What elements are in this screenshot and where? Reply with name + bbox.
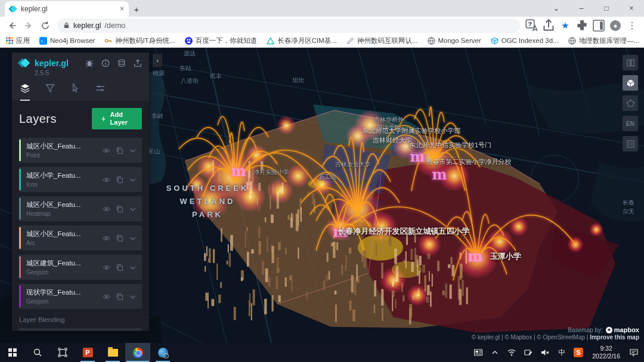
school-icon[interactable]: m (410, 148, 425, 165)
locale-button[interactable]: EN (623, 116, 638, 131)
news-widget-icon[interactable] (470, 348, 486, 357)
chevron-down-icon[interactable] (129, 205, 137, 213)
school-icon[interactable]: m (231, 162, 246, 180)
tab-interactions[interactable] (70, 83, 80, 101)
bookmark-baidu[interactable]: 百度一下，你就知道 (185, 36, 258, 45)
info-icon[interactable] (101, 59, 110, 67)
layer-blending-select[interactable]: normal (19, 328, 142, 331)
pen-settings-icon[interactable] (521, 348, 536, 357)
sogou-input-icon[interactable]: S (571, 348, 586, 357)
apps-grid-icon (6, 37, 13, 44)
database-icon[interactable] (117, 59, 126, 67)
start-button[interactable] (0, 343, 25, 362)
search-icon[interactable] (25, 343, 50, 362)
window-close-button[interactable]: × (619, 0, 644, 17)
taskbar-chrome[interactable] (125, 343, 150, 362)
bookmark-apps[interactable]: 应用 (6, 36, 30, 45)
bookmark-internet-auth[interactable]: 神州数码互联网认... (346, 36, 418, 45)
translate-icon[interactable] (525, 18, 539, 33)
bug-icon[interactable] (85, 59, 94, 67)
school-icon[interactable]: m (333, 223, 348, 240)
menu-dots-icon[interactable]: ⋮ (625, 18, 639, 33)
layer-row[interactable]: 城区小区_Featu...Heatmap (19, 196, 142, 221)
url-host: kepler.gl (73, 21, 101, 30)
tab-title: kepler.gl (21, 5, 116, 13)
bookmark-geodb[interactable]: 地理数据库管理—... (568, 36, 640, 45)
window-maximize-button[interactable]: □ (594, 0, 619, 17)
extensions-icon[interactable] (575, 18, 589, 33)
ime-language-indicator[interactable]: 中 (554, 348, 569, 358)
visibility-eye-icon[interactable] (103, 234, 110, 242)
duplicate-icon[interactable] (116, 293, 123, 301)
chevron-down-icon[interactable] (129, 293, 137, 301)
layer-row[interactable]: 现状学区_Featu...Geojson (19, 284, 142, 309)
improve-map-link[interactable]: Improve this map (590, 334, 639, 341)
draw-polygon-button[interactable] (623, 95, 638, 111)
bookmark-star-icon[interactable]: ★ (558, 18, 572, 33)
mapbox-logo[interactable]: ✦mapbox (606, 326, 639, 333)
duplicate-icon[interactable] (116, 234, 123, 242)
reload-icon[interactable] (38, 18, 52, 33)
side-panel-tabs (12, 80, 149, 101)
chevron-down-icon[interactable] (129, 147, 137, 154)
task-view-icon[interactable] (50, 343, 75, 362)
tab-close-icon[interactable]: × (120, 5, 124, 13)
forward-icon[interactable] (21, 18, 36, 33)
school-icon[interactable]: m (467, 247, 482, 265)
action-center-icon[interactable] (626, 348, 642, 357)
layer-row[interactable]: 城区小区_Featu...Arc (19, 225, 142, 250)
window-minimize-button[interactable]: – (569, 0, 594, 17)
duplicate-icon[interactable] (116, 176, 123, 184)
bookmark-identity[interactable]: 神州数码IT身份统... (104, 36, 175, 45)
duplicate-icon[interactable] (116, 147, 123, 154)
export-icon[interactable] (134, 59, 142, 67)
bookmarks-bar: 应用 >_ Neo4j Browser 神州数码IT身份统... 百度一下，你就… (0, 34, 644, 48)
layer-row[interactable]: 城区小区_Featu...Point (19, 138, 142, 163)
wifi-icon[interactable] (504, 348, 519, 357)
visibility-eye-icon[interactable] (103, 176, 110, 184)
split-map-button[interactable] (623, 55, 638, 70)
layer-row[interactable]: 城区建筑_Featu...Geojson (19, 255, 142, 280)
taskbar-clock[interactable]: 9:32 2022/2/16 (587, 345, 625, 360)
brand-name: kepler.gl (35, 58, 69, 68)
chevron-down-icon[interactable] (129, 234, 137, 242)
browser-titlebar: kepler.gl × + ⌄ – □ × (0, 0, 644, 17)
visibility-eye-icon[interactable] (103, 264, 110, 271)
tab-basemap-settings[interactable] (95, 83, 105, 101)
visibility-eye-icon[interactable] (103, 293, 110, 301)
taskbar-powerpoint[interactable]: P (75, 343, 100, 362)
browser-tab[interactable]: kepler.gl × (5, 1, 129, 17)
visibility-eye-icon[interactable] (103, 147, 110, 154)
bookmark-neo4j[interactable]: >_ Neo4j Browser (39, 37, 95, 45)
clock-date: 2022/2/16 (592, 352, 620, 360)
reading-mode-icon[interactable] (592, 18, 606, 33)
visibility-eye-icon[interactable] (103, 205, 110, 213)
layer-row[interactable]: 城区小学_Featu...Icon (19, 167, 142, 192)
bookmark-cim[interactable]: 长春净月区CIM基... (267, 36, 337, 45)
kepler-side-panel: kepler.gl 2.5.5 (12, 52, 149, 331)
hidden-icons-chevron[interactable] (487, 348, 503, 357)
taskbar-gis-app[interactable] (150, 343, 175, 362)
chevron-down-icon[interactable] (129, 176, 137, 184)
new-tab-button[interactable]: + (129, 1, 144, 17)
duplicate-icon[interactable] (116, 264, 123, 271)
toggle-3d-button[interactable] (623, 75, 638, 91)
taskbar-explorer[interactable] (100, 343, 125, 362)
duplicate-icon[interactable] (116, 205, 123, 213)
tab-layers[interactable] (20, 83, 30, 101)
back-icon[interactable] (5, 18, 19, 33)
volume-muted-icon[interactable] (537, 348, 553, 357)
chevron-down-icon[interactable] (129, 264, 137, 271)
legend-button[interactable] (623, 136, 638, 151)
tab-search-icon[interactable]: ⌄ (544, 0, 569, 17)
add-layer-button[interactable]: + Add Layer (92, 108, 142, 129)
map-canvas[interactable]: m m m m m 远达 东站 八道街 民丰 桃源 坦坎 东岭 家山 新工地 长… (0, 48, 644, 343)
school-icon[interactable]: m (432, 166, 447, 183)
profile-avatar[interactable]: ● (608, 18, 623, 33)
address-bar[interactable]: kepler.gl/demo (57, 18, 520, 33)
bookmark-mongo[interactable]: Mongo Server (428, 37, 481, 45)
sidebar-collapse-button[interactable]: ‹ (153, 54, 162, 67)
bookmark-ogc[interactable]: OGC Indexed 3d... (491, 37, 559, 45)
share-icon[interactable] (541, 18, 556, 33)
tab-filters[interactable] (45, 83, 55, 101)
